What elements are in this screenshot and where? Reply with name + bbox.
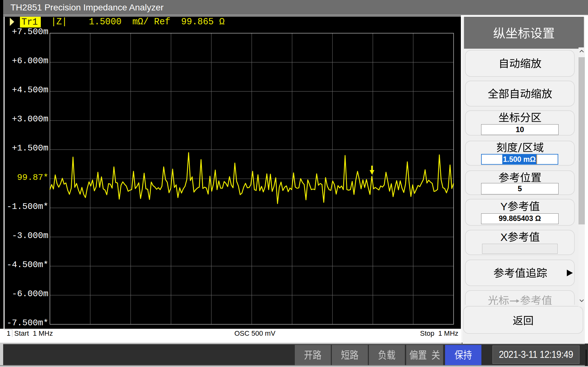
svg-text:Y: Y [500,201,508,211]
svg-text:X: X [500,231,508,242]
